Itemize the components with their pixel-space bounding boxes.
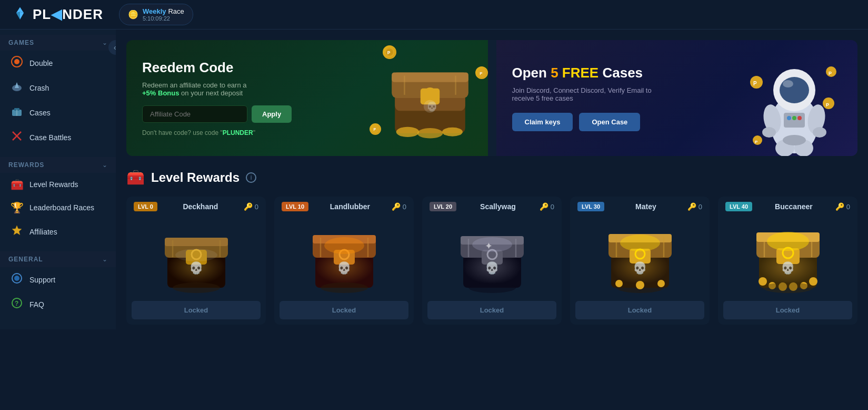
buccaneer-keys-count: 0 [846,203,850,211]
sidebar-item-level-rewards[interactable]: 🧰 Level Rewards [0,173,116,196]
svg-point-20 [396,127,419,137]
games-chevron-icon: ⌄ [102,39,107,46]
reward-card-landlubber: LVL 10 Landlubber 🔑 0 [274,197,414,325]
sidebar-rewards-header[interactable]: REWARDS ⌄ [0,157,116,173]
sidebar-item-level-rewards-label: Level Rewards [29,180,78,189]
general-section-label: GENERAL [8,256,43,263]
crash-icon [11,81,23,95]
svg-point-1 [14,59,19,64]
svg-text:P: P [826,102,829,108]
weekly-race-button[interactable]: 🪙 Weekly Race 5:10:09:22 [119,4,193,25]
rewards-section-label: REWARDS [8,161,44,169]
level-rewards-info-icon[interactable]: i [246,172,256,183]
landlubber-chest-area: 💀 [274,217,414,301]
svg-point-114 [809,277,817,286]
svg-text:💀: 💀 [781,261,795,275]
coin-2: P [475,66,488,79]
svg-point-46 [797,116,802,120]
redeem-desc: Redeem an affiliate code to earn a +5% B… [142,81,290,97]
cases-text: Cases [598,65,643,81]
free-text: FREE [558,65,599,81]
deckhand-header: LVL 0 Deckhand 🔑 0 [126,197,266,217]
svg-point-66 [175,249,217,261]
svg-text:💀: 💀 [189,261,204,275]
deckhand-keys: 🔑 0 [244,202,258,211]
sidebar-item-double[interactable]: Double [0,51,116,75]
sidebar-item-double-label: Double [29,59,53,67]
matey-level-badge: LVL 30 [577,202,604,211]
key-icon-deckhand: 🔑 [244,202,253,211]
logo-text: PL◀NDER [33,6,103,23]
promo-row: Reedem Code Redeem an affiliate code to … [126,40,857,156]
level-rewards-title: Level Rewards [151,170,240,185]
sidebar-rewards-section: REWARDS ⌄ 🧰 Level Rewards 🏆 Leaderboard … [0,152,116,246]
sidebar-item-crash-label: Crash [29,84,49,92]
redeem-card: Reedem Code Redeem an affiliate code to … [126,40,488,156]
svg-point-98 [657,280,665,287]
sidebar-item-affiliates[interactable]: Affiliates [0,219,116,244]
sidebar-games-section: GAMES ⌄ Double Crash [0,30,116,152]
reward-card-matey: LVL 30 Matey 🔑 0 [570,197,710,325]
coin-icon: 🪙 [128,9,138,19]
landlubber-name: Landlubber [330,202,370,211]
svg-text:✦: ✦ [485,241,493,251]
open-case-button[interactable]: Open Case [579,113,640,131]
buccaneer-locked-btn: Locked [723,301,852,319]
games-section-label: GAMES [8,39,34,46]
sidebar-item-support[interactable]: Support [0,267,116,292]
reward-card-deckhand: LVL 0 Deckhand 🔑 0 [126,197,266,325]
svg-point-48 [763,128,775,137]
sidebar-item-cases[interactable]: Cases [0,100,116,125]
redeem-chest-decoration: 💀 P P P [377,51,483,145]
claim-keys-button[interactable]: Claim keys [512,113,573,131]
redeem-bonus-text: +5% Bonus [142,89,179,97]
sidebar-item-case-battles[interactable]: Case Battles [0,125,116,150]
svg-text:P: P [829,71,832,76]
sidebar-general-header[interactable]: GENERAL ⌄ [0,251,116,267]
affiliates-icon [11,224,23,239]
svg-text:💀: 💀 [485,261,500,275]
level-rewards-icon: 🧰 [11,178,23,191]
key-icon-landlubber: 🔑 [392,202,401,211]
deckhand-keys-count: 0 [255,203,258,211]
sidebar-item-faq[interactable]: ? FAQ [0,292,116,317]
sidebar-item-leaderboard-races[interactable]: 🏆 Leaderboard Races [0,196,116,219]
sidebar: « GAMES ⌄ Double Cras [0,30,116,329]
logo[interactable]: PL◀NDER [11,5,103,24]
deckhand-locked-btn: Locked [132,301,261,319]
buccaneer-header: LVL 40 Buccaneer 🔑 0 [718,197,857,217]
open-text: Open [512,65,551,81]
sidebar-item-crash[interactable]: Crash [0,75,116,100]
svg-rect-59 [165,238,228,246]
leaderboard-icon: 🏆 [11,201,23,214]
svg-point-99 [636,281,644,289]
astronaut-decoration: P P P P [747,51,852,156]
scallywag-keys-count: 0 [551,203,554,211]
matey-name: Matey [635,202,656,211]
scallywag-chest-area: ✦ 💀 [422,217,562,301]
svg-point-11 [14,276,19,281]
scallywag-locked-btn: Locked [427,301,556,319]
buccaneer-name: Buccaneer [775,202,813,211]
svg-point-40 [813,127,826,138]
sidebar-general-section: GENERAL ⌄ Support ? FAQ [0,246,116,319]
apply-button[interactable]: Apply [252,105,292,123]
hint-suffix: " [253,129,255,136]
deckhand-level-badge: LVL 0 [134,202,157,211]
svg-point-36 [783,80,793,87]
sidebar-games-header[interactable]: GAMES ⌄ [0,35,116,51]
svg-text:💀: 💀 [426,101,437,112]
rewards-chevron-icon: ⌄ [102,161,107,169]
level-rewards-header: 🧰 Level Rewards i [126,169,857,186]
svg-point-64 [173,282,220,293]
affiliate-code-input[interactable] [142,105,247,123]
main-content: Reedem Code Redeem an affiliate code to … [116,30,868,410]
landlubber-header: LVL 10 Landlubber 🔑 0 [274,197,414,217]
redeem-desc-line2: on your next deposit [181,89,243,97]
svg-text:P: P [755,140,758,144]
reward-card-scallywag: LVL 20 Scallywag 🔑 0 [422,197,562,325]
svg-point-22 [442,128,463,136]
landlubber-keys: 🔑 0 [392,202,406,211]
hint-prefix: Don't have code? use code " [142,129,223,136]
sidebar-item-affiliates-label: Affiliates [29,228,57,236]
